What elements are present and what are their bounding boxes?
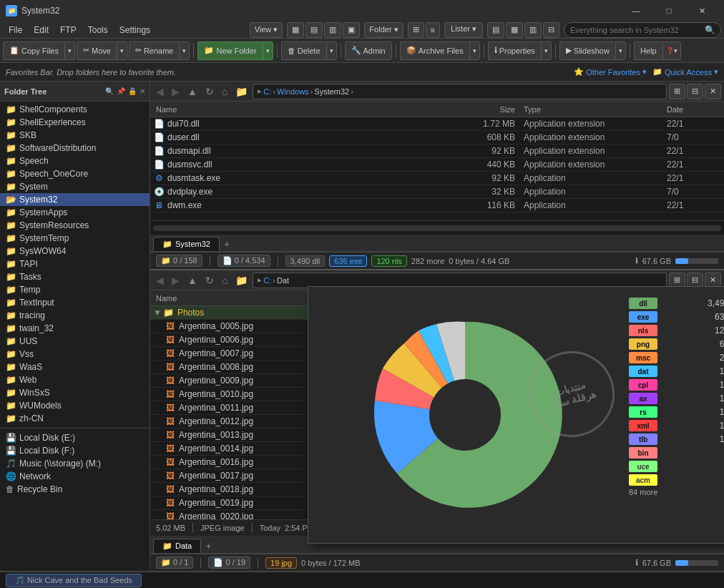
file-row[interactable]: 📄 dui70.dll 1.72 MB Application extensio… <box>150 117 724 131</box>
tree-item-system[interactable]: 📁System <box>0 180 150 193</box>
tree-item-drive-m[interactable]: 🎵Music (\\storage) (M:) <box>0 457 150 470</box>
tree-item-systemresources[interactable]: 📁SystemResources <box>0 219 150 232</box>
file-row[interactable]: 📄 dusmsvc.dll 440 KB Application extensi… <box>150 158 724 172</box>
tree-lock-icon[interactable]: 🔒 <box>128 87 137 95</box>
forward-button-2[interactable]: ▶ <box>169 273 182 288</box>
tree-item-zhcn[interactable]: 📁zh-CN <box>0 412 150 425</box>
lister-dropdown[interactable]: Lister ▾ <box>444 22 483 38</box>
tree-item-recycle[interactable]: 🗑Recycle Bin <box>0 483 150 496</box>
col-date-label[interactable]: Date <box>664 105 721 114</box>
tab-system32[interactable]: 📁 System32 <box>153 237 220 251</box>
tree-close-icon[interactable]: ✕ <box>140 87 145 95</box>
col-name-label[interactable]: Name <box>153 105 464 114</box>
file-row[interactable]: 📄 duser.dll 608 KB Application extension… <box>150 131 724 144</box>
bc-c[interactable]: C: <box>263 87 271 96</box>
view-icon-1[interactable]: ▦ <box>287 22 304 38</box>
tree-item-drive-f[interactable]: 💾Local Disk (F:) <box>0 444 150 457</box>
folder-icon-1[interactable]: ⊞ <box>408 22 424 38</box>
archive-dropdown[interactable]: ▾ <box>469 41 480 60</box>
tree-item-winsxs[interactable]: 📁WinSxS <box>0 386 150 399</box>
expand-icon[interactable]: ▼ <box>153 308 162 318</box>
quick-access-button[interactable]: 📁 Quick Access ▾ <box>652 67 718 77</box>
help-button[interactable]: Help <box>634 41 662 60</box>
tree-item-wumodels[interactable]: 📁WUModels <box>0 399 150 412</box>
tree-pin-icon[interactable]: 📌 <box>117 87 125 95</box>
file-row[interactable]: 💿 dvdplay.exe 32 KB Application 7/0 <box>150 185 724 199</box>
properties-dropdown[interactable]: ▾ <box>541 41 552 60</box>
file-row[interactable]: ⚙ dusmtask.exe 92 KB Application 22/1 <box>150 172 724 185</box>
tree-item-shellcomponents[interactable]: 📁ShellComponents <box>0 103 150 116</box>
menu-tools[interactable]: Tools <box>82 22 114 38</box>
lister-icon-4[interactable]: ⊟ <box>543 22 559 38</box>
tree-item-speech-onecore[interactable]: 📁Speech_OneCore <box>0 167 150 180</box>
delete-button[interactable]: 🗑 Delete <box>281 41 326 60</box>
folder-dropdown[interactable]: Folder ▾ <box>364 22 403 38</box>
tree-item-skb[interactable]: 📁SKB <box>0 129 150 142</box>
rename-button[interactable]: ✏ Rename <box>129 41 180 60</box>
forward-button[interactable]: ▶ <box>169 84 182 99</box>
tree-item-systemapps[interactable]: 📁SystemApps <box>0 206 150 219</box>
tab-data[interactable]: 📁 Data <box>153 539 201 553</box>
newfolder-dropdown[interactable]: ▾ <box>263 41 273 60</box>
close-button[interactable]: ✕ <box>685 0 718 21</box>
tree-item-drive-e[interactable]: 💾Local Disk (E:) <box>0 431 150 444</box>
tree-item-tapi[interactable]: 📁TAPI <box>0 258 150 270</box>
file-row[interactable]: 📄 dusmapi.dll 92 KB Application extensio… <box>150 144 724 158</box>
copy-dropdown[interactable]: ▾ <box>64 41 75 60</box>
panel-close[interactable]: ✕ <box>705 84 721 99</box>
help-dropdown[interactable]: ❓▾ <box>662 41 681 60</box>
view-dropdown[interactable]: View ▾ <box>250 22 283 38</box>
tree-item-vss[interactable]: 📁Vss <box>0 348 150 361</box>
tree-item-speech[interactable]: 📁Speech <box>0 155 150 167</box>
slideshow-dropdown[interactable]: ▾ <box>615 41 626 60</box>
tree-item-network[interactable]: 🌐Network <box>0 470 150 483</box>
move-dropdown[interactable]: ▾ <box>117 41 127 60</box>
tree-item-web[interactable]: 📁Web <box>0 373 150 386</box>
lister-icon-1[interactable]: ▤ <box>487 22 504 38</box>
tree-item-tasks[interactable]: 📁Tasks <box>0 270 150 283</box>
menu-settings[interactable]: Settings <box>114 22 156 38</box>
back-button[interactable]: ◀ <box>153 84 167 99</box>
top-breadcrumb[interactable]: ▸ C: › Windows › System32 › <box>253 84 667 99</box>
rename-dropdown[interactable]: ▾ <box>179 41 190 60</box>
bc-c-2[interactable]: C: <box>263 276 271 285</box>
menu-edit[interactable]: Edit <box>28 22 54 38</box>
view-icon-2[interactable]: ▤ <box>305 22 323 38</box>
tree-item-tracing[interactable]: 📁tracing <box>0 309 150 322</box>
col-size-label[interactable]: Size <box>464 105 521 114</box>
new-folder-button[interactable]: 📁 New Folder <box>197 41 262 60</box>
menu-file[interactable]: File <box>3 22 28 38</box>
delete-dropdown[interactable]: ▾ <box>326 41 337 60</box>
col-type-label[interactable]: Type <box>521 105 664 114</box>
tree-item-twain32[interactable]: 📁twain_32 <box>0 322 150 335</box>
search-input[interactable] <box>564 22 721 38</box>
bc-windows[interactable]: Windows <box>277 87 309 96</box>
tree-item-system32[interactable]: 📂System32 <box>0 193 150 206</box>
add-tab-button-2[interactable]: + <box>201 539 215 553</box>
view-icon-4[interactable]: ▣ <box>343 22 360 38</box>
file-row[interactable]: 🖥 dwm.exe 116 KB Application 22/1 <box>150 199 724 212</box>
up-button[interactable]: ▲ <box>185 84 200 99</box>
minimize-button[interactable]: — <box>620 0 652 21</box>
move-button[interactable]: ✂ Move <box>77 41 117 60</box>
admin-button[interactable]: 🔧 Admin <box>345 41 392 60</box>
tree-item-waas[interactable]: 📁WaaS <box>0 361 150 373</box>
refresh-button-2[interactable]: ↻ <box>202 273 217 288</box>
tree-item-systemtemp[interactable]: 📁SystemTemp <box>0 232 150 245</box>
lister-icon-2[interactable]: ▦ <box>506 22 523 38</box>
slideshow-button[interactable]: ▶ Slideshow <box>559 41 615 60</box>
other-favorites-button[interactable]: ⭐ Other Favorites ▾ <box>574 67 647 77</box>
up-button-2[interactable]: ▲ <box>185 273 200 288</box>
tree-item-shellexperiences[interactable]: 📁ShellExperiences <box>0 116 150 129</box>
properties-button[interactable]: ℹ Properties <box>488 41 541 60</box>
tree-item-temp[interactable]: 📁Temp <box>0 283 150 296</box>
tree-item-textinput[interactable]: 📁TextInput <box>0 296 150 309</box>
home-button[interactable]: ⌂ <box>219 84 230 99</box>
archive-button[interactable]: 📦 Archive Files <box>400 41 469 60</box>
tree-item-syswow64[interactable]: 📁SysWOW64 <box>0 245 150 258</box>
maximize-button[interactable]: □ <box>652 0 685 21</box>
tree-item-softwaredistribution[interactable]: 📁SoftwareDistribution <box>0 142 150 155</box>
tree-item-uus[interactable]: 📁UUS <box>0 335 150 348</box>
home-button-2[interactable]: ⌂ <box>219 273 230 288</box>
lister-icon-3[interactable]: ▥ <box>524 22 542 38</box>
